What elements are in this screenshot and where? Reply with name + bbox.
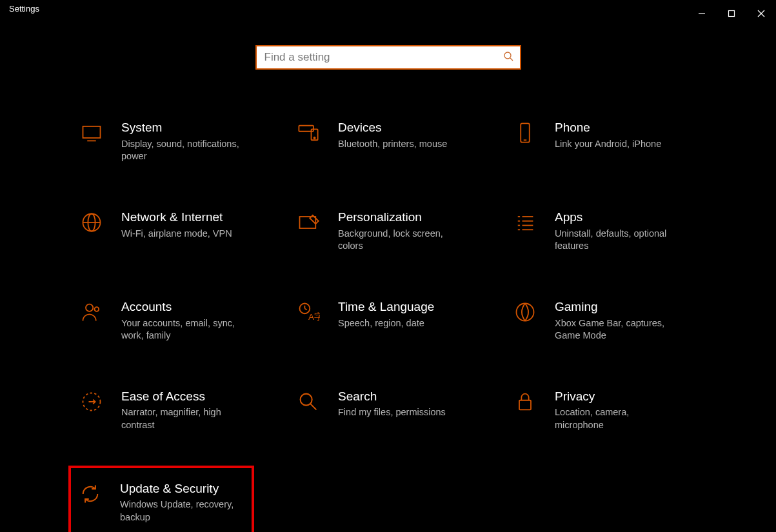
svg-rect-11 <box>521 123 530 142</box>
category-title: Search <box>338 389 479 404</box>
category-privacy[interactable]: Privacy Location, camera, microphone <box>511 385 698 436</box>
category-desc: Uninstall, defaults, optional features <box>555 228 677 253</box>
category-network[interactable]: Network & Internet Wi-Fi, airplane mode,… <box>77 206 264 257</box>
system-icon <box>80 121 106 147</box>
globe-icon <box>80 211 106 237</box>
minimize-icon <box>698 10 706 17</box>
category-desc: Speech, region, date <box>338 317 461 330</box>
category-desc: Bluetooth, printers, mouse <box>338 138 461 151</box>
category-search[interactable]: Search Find my files, permissions <box>294 385 481 436</box>
category-title: Ease of Access <box>121 389 262 404</box>
category-title: Network & Internet <box>121 210 262 225</box>
phone-icon <box>513 121 539 147</box>
category-time-language[interactable]: A字 Time & Language Speech, region, date <box>294 295 481 346</box>
category-system[interactable]: System Display, sound, notifications, po… <box>77 116 264 167</box>
ease-of-access-icon <box>80 390 106 416</box>
svg-point-31 <box>517 303 534 320</box>
apps-icon <box>513 211 539 237</box>
close-icon <box>757 10 765 17</box>
close-button[interactable] <box>746 4 776 23</box>
category-title: Accounts <box>121 299 262 315</box>
category-apps[interactable]: Apps Uninstall, defaults, optional featu… <box>511 206 698 257</box>
svg-point-10 <box>313 137 315 139</box>
category-gaming[interactable]: Gaming Xbox Game Bar, captures, Game Mod… <box>511 295 698 346</box>
gaming-icon <box>513 300 539 326</box>
category-desc: Wi-Fi, airplane mode, VPN <box>121 228 244 241</box>
maximize-icon <box>728 10 735 17</box>
category-personalization[interactable]: Personalization Background, lock screen,… <box>294 206 481 257</box>
personalization-icon <box>297 211 323 237</box>
maximize-button[interactable] <box>717 4 746 23</box>
category-title: Time & Language <box>338 299 479 315</box>
category-phone[interactable]: Phone Link your Android, iPhone <box>511 116 698 167</box>
category-title: Gaming <box>555 299 695 315</box>
category-desc: Narrator, magnifier, high contrast <box>121 406 244 431</box>
svg-text:A字: A字 <box>308 312 320 322</box>
svg-rect-35 <box>519 400 531 409</box>
category-title: Apps <box>555 210 695 225</box>
svg-line-34 <box>310 404 316 409</box>
search-category-icon <box>297 390 323 416</box>
update-icon <box>79 482 104 508</box>
window-title: Settings <box>9 4 39 14</box>
category-devices[interactable]: Devices Bluetooth, printers, mouse <box>294 116 481 167</box>
category-desc: Your accounts, email, sync, work, family <box>121 317 244 342</box>
category-desc: Link your Android, iPhone <box>555 138 677 151</box>
category-title: Update & Security <box>120 481 249 497</box>
settings-grid: System Display, sound, notifications, po… <box>0 116 776 532</box>
svg-point-4 <box>504 52 511 59</box>
search-input[interactable] <box>263 50 503 64</box>
svg-rect-1 <box>729 11 735 17</box>
search-icon <box>503 51 513 64</box>
time-language-icon: A字 <box>297 300 323 326</box>
category-accounts[interactable]: Accounts Your accounts, email, sync, wor… <box>77 295 264 346</box>
devices-icon <box>297 121 323 147</box>
svg-rect-16 <box>300 217 316 228</box>
svg-point-25 <box>86 304 93 311</box>
category-title: Phone <box>555 120 695 135</box>
titlebar: Settings <box>0 0 776 27</box>
category-desc: Find my files, permissions <box>338 406 461 419</box>
category-desc: Background, lock screen, colors <box>338 228 461 253</box>
svg-rect-6 <box>83 126 101 138</box>
category-update-security[interactable]: Update & Security Windows Update, recove… <box>68 466 254 533</box>
window-controls <box>687 4 776 23</box>
search-box[interactable] <box>255 45 521 70</box>
svg-point-26 <box>95 307 99 311</box>
category-title: Devices <box>338 120 479 135</box>
category-title: Privacy <box>555 389 695 404</box>
category-desc: Xbox Game Bar, captures, Game Mode <box>555 317 677 342</box>
svg-point-33 <box>301 393 312 405</box>
category-desc: Display, sound, notifications, power <box>121 138 244 163</box>
lock-icon <box>513 390 539 416</box>
svg-line-29 <box>304 308 306 310</box>
category-title: System <box>121 120 262 135</box>
minimize-button[interactable] <box>687 4 717 23</box>
svg-line-5 <box>510 58 513 61</box>
category-title: Personalization <box>338 210 479 225</box>
accounts-icon <box>80 300 106 326</box>
category-desc: Windows Update, recovery, backup <box>120 498 243 524</box>
category-ease-of-access[interactable]: Ease of Access Narrator, magnifier, high… <box>77 385 264 436</box>
category-desc: Location, camera, microphone <box>555 406 677 431</box>
